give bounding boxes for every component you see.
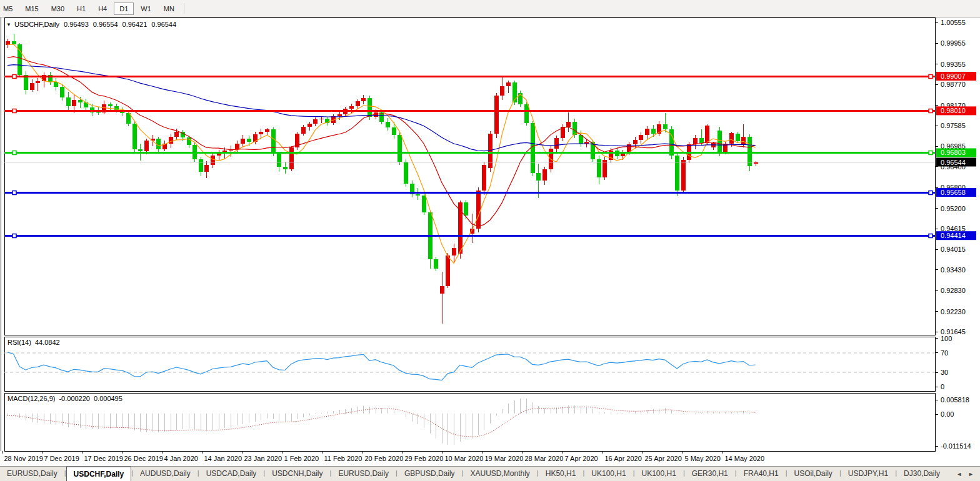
ohlc-low: 0.96421 bbox=[122, 21, 148, 28]
panel-frames bbox=[1, 17, 935, 451]
hline-handle[interactable] bbox=[929, 151, 932, 155]
ma-line-slow bbox=[8, 65, 756, 151]
hline-handle[interactable] bbox=[929, 75, 932, 79]
tab-scroll-right-icon[interactable]: ► bbox=[968, 471, 974, 477]
chart-tab-HK50-H1[interactable]: HK50,H1 bbox=[539, 467, 583, 481]
timeframe-button-H1[interactable]: H1 bbox=[71, 2, 91, 15]
chart-tab-USOil-Daily[interactable]: USOil,Daily bbox=[788, 467, 839, 481]
timeframe-button-H4[interactable]: H4 bbox=[92, 2, 112, 15]
svg-text:10 Mar 2020: 10 Mar 2020 bbox=[445, 455, 484, 462]
svg-text:0.92830: 0.92830 bbox=[941, 287, 966, 294]
chart-tab-USDCNH-Daily[interactable]: USDCNH,Daily bbox=[265, 467, 329, 481]
macd-indicator-label: MACD(12,26,9)-0.0002200.000495 bbox=[8, 395, 126, 402]
macd-signal-value: 0.000495 bbox=[94, 395, 122, 402]
timeframe-button-M15[interactable]: M15 bbox=[19, 2, 44, 15]
hline-handle[interactable] bbox=[12, 191, 16, 195]
svg-text:0.92230: 0.92230 bbox=[941, 308, 966, 315]
svg-text:11 Feb 2020: 11 Feb 2020 bbox=[324, 455, 362, 462]
svg-text:1.00555: 1.00555 bbox=[941, 19, 966, 26]
macd-value: -0.000220 bbox=[59, 395, 90, 402]
svg-text:25 Apr 2020: 25 Apr 2020 bbox=[645, 455, 682, 462]
svg-text:16 Apr 2020: 16 Apr 2020 bbox=[605, 455, 642, 462]
svg-text:0.96803: 0.96803 bbox=[941, 149, 966, 156]
timeframe-button-M5[interactable]: M5 bbox=[0, 2, 18, 15]
chart-tab-FRA40-H1[interactable]: FRA40,H1 bbox=[737, 467, 786, 481]
hline-0.96803[interactable] bbox=[4, 151, 935, 155]
svg-text:26 Dec 2019: 26 Dec 2019 bbox=[124, 455, 163, 462]
ohlc-high: 0.96554 bbox=[93, 21, 118, 28]
svg-text:0.00: 0.00 bbox=[941, 410, 954, 418]
chart-tab-XAUUSD-Monthly[interactable]: XAUUSD,Monthly bbox=[463, 467, 536, 481]
svg-text:7 Dec 2019: 7 Dec 2019 bbox=[44, 455, 79, 462]
tab-scroll-left-icon[interactable]: ◄ bbox=[956, 471, 962, 477]
svg-text:0.98770: 0.98770 bbox=[941, 81, 966, 88]
timeframe-buttons: M5M15M30H1H4D1W1MN bbox=[0, 2, 188, 15]
svg-text:70: 70 bbox=[941, 349, 948, 357]
svg-text:7 Apr 2020: 7 Apr 2020 bbox=[565, 455, 598, 462]
hline-handle[interactable] bbox=[929, 109, 932, 113]
timeframe-button-M30[interactable]: M30 bbox=[46, 2, 70, 15]
rsi-label: RSI(14) bbox=[8, 339, 31, 346]
hline-handle[interactable] bbox=[12, 234, 16, 238]
hline-0.95658[interactable] bbox=[4, 191, 935, 195]
svg-text:0.94414: 0.94414 bbox=[941, 232, 966, 239]
svg-text:19 Mar 2020: 19 Mar 2020 bbox=[485, 455, 524, 462]
chart-dropdown-icon[interactable]: ▼ bbox=[6, 22, 11, 27]
chart-tab-GBPUSD-Daily[interactable]: GBPUSD,Daily bbox=[398, 467, 462, 481]
rsi-axis: 10070300 bbox=[935, 335, 952, 391]
timeframe-button-W1[interactable]: W1 bbox=[135, 2, 157, 15]
chart-tab-EURUSD-Daily[interactable]: EURUSD,Daily bbox=[331, 467, 396, 481]
rsi-line bbox=[8, 352, 756, 380]
chart-tab-USDCHF-Daily[interactable]: USDCHF,Daily bbox=[66, 467, 132, 481]
svg-text:0.99955: 0.99955 bbox=[941, 39, 966, 47]
hline-handle[interactable] bbox=[12, 75, 16, 79]
svg-text:14 May 2020: 14 May 2020 bbox=[725, 455, 765, 462]
chart-tab-USDCAD-Daily[interactable]: USDCAD,Daily bbox=[199, 467, 264, 481]
svg-text:0.95200: 0.95200 bbox=[941, 205, 966, 212]
svg-text:28 Nov 2019: 28 Nov 2019 bbox=[4, 455, 43, 462]
svg-text:-0.011514: -0.011514 bbox=[941, 442, 971, 450]
hline-0.98010[interactable] bbox=[4, 109, 935, 113]
svg-text:20 Feb 2020: 20 Feb 2020 bbox=[365, 455, 404, 462]
rsi-value: 44.0842 bbox=[35, 339, 60, 346]
hline-handle[interactable] bbox=[12, 109, 16, 113]
chart-canvas[interactable]: 1.005550.999550.993550.987700.981700.975… bbox=[0, 0, 980, 481]
svg-text:28 Mar 2020: 28 Mar 2020 bbox=[525, 455, 564, 462]
svg-text:0: 0 bbox=[941, 383, 944, 390]
hline-handle[interactable] bbox=[929, 191, 932, 195]
svg-text:23 Jan 2020: 23 Jan 2020 bbox=[244, 455, 282, 462]
chart-tab-AUDUSD-Daily[interactable]: AUDUSD,Daily bbox=[133, 467, 198, 481]
timeframe-toolbar: M5M15M30H1H4D1W1MN bbox=[0, 0, 980, 17]
toolbar-separator bbox=[184, 3, 184, 14]
chart-title: ▼USDCHF,Daily0.964930.965540.964210.9654… bbox=[6, 21, 181, 28]
svg-text:0.95658: 0.95658 bbox=[941, 189, 966, 196]
svg-text:0.99007: 0.99007 bbox=[941, 72, 966, 80]
chart-tab-UK100-H1[interactable]: UK100,H1 bbox=[584, 467, 632, 481]
svg-text:0.93430: 0.93430 bbox=[941, 266, 966, 274]
svg-text:0.99355: 0.99355 bbox=[941, 61, 966, 68]
chart-tab-USDJPY-H1[interactable]: USDJPY,H1 bbox=[841, 467, 895, 481]
svg-text:0.98010: 0.98010 bbox=[941, 107, 966, 114]
date-axis: 28 Nov 20197 Dec 201917 Dec 201926 Dec 2… bbox=[2, 451, 765, 462]
hline-handle[interactable] bbox=[929, 234, 932, 238]
chart-tab-DJ30-Daily[interactable]: DJ30,Daily bbox=[897, 467, 947, 481]
svg-text:0.94015: 0.94015 bbox=[941, 245, 966, 253]
macd-label: MACD(12,26,9) bbox=[8, 395, 55, 402]
ohlc-close: 0.96544 bbox=[151, 21, 176, 28]
svg-text:17 Dec 2019: 17 Dec 2019 bbox=[84, 455, 123, 462]
chart-tab-GER30-H1[interactable]: GER30,H1 bbox=[685, 467, 735, 481]
rsi-indicator-label: RSI(14)44.0842 bbox=[8, 339, 64, 346]
chart-tab-UK100-H1[interactable]: UK100,H1 bbox=[635, 467, 683, 481]
macd-histogram bbox=[8, 399, 756, 445]
svg-text:0.005818: 0.005818 bbox=[941, 396, 969, 404]
rsi-level-lines bbox=[4, 353, 935, 372]
hline-0.99007[interactable] bbox=[4, 75, 935, 79]
chart-tab-EURUSD-Daily[interactable]: EURUSD,Daily bbox=[0, 467, 64, 481]
ohlc-open: 0.96493 bbox=[64, 21, 89, 28]
timeframe-button-D1[interactable]: D1 bbox=[114, 2, 134, 15]
macd-axis: 0.0058180.00-0.011514 bbox=[935, 396, 971, 450]
timeframe-button-MN[interactable]: MN bbox=[158, 2, 180, 15]
hline-handle[interactable] bbox=[12, 151, 16, 155]
tab-scroll-arrows: ◄► bbox=[956, 467, 980, 481]
svg-text:4 Jan 2020: 4 Jan 2020 bbox=[164, 455, 198, 462]
